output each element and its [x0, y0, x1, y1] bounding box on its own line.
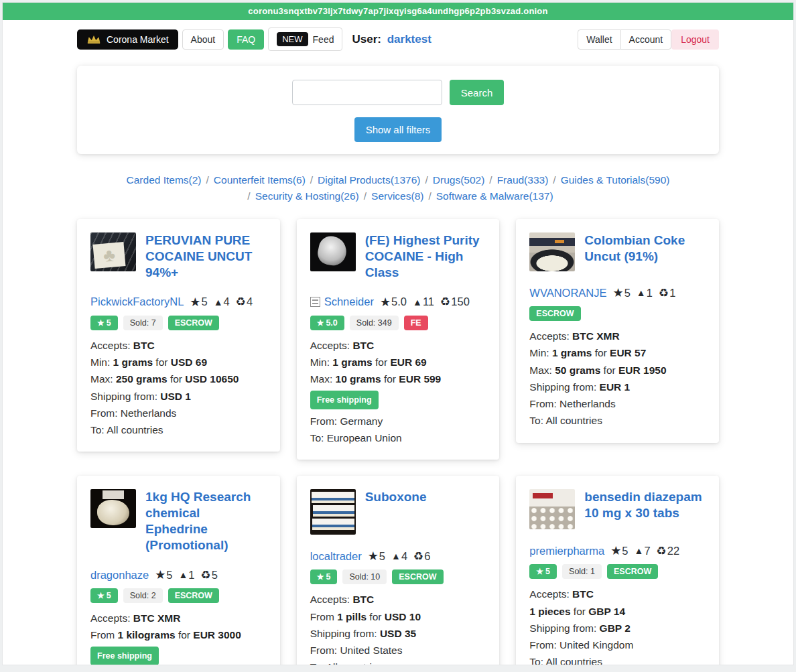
- product-details: Accepts: BTC1 pieces for GBP 14Shipping …: [529, 586, 706, 665]
- product-detail-line: From: Germany: [310, 413, 486, 429]
- feed-label: Feed: [313, 34, 334, 45]
- product-detail-line: From: Netherlands: [529, 395, 706, 412]
- faq-button[interactable]: FAQ: [228, 29, 264, 50]
- username-link[interactable]: darktest: [387, 33, 432, 46]
- account-button[interactable]: Account: [620, 29, 672, 50]
- star-icon: ★: [380, 295, 391, 310]
- triangle-up-icon: ▲: [635, 545, 644, 556]
- product-title-link[interactable]: Colombian Coke Uncut (91%): [584, 232, 704, 265]
- search-button[interactable]: Search: [450, 80, 505, 105]
- product-image[interactable]: [90, 232, 136, 271]
- product-card-head: 1kg HQ Research chemical Ephedrine (Prom…: [90, 489, 267, 553]
- product-title-link[interactable]: Suboxone: [365, 489, 427, 505]
- sold-badge: Sold: 2: [123, 588, 163, 603]
- category-line: Carded Items(2)/Counterfeit Items(6)/Dig…: [77, 172, 719, 188]
- rating-badge: ★5: [310, 569, 338, 584]
- product-title-link[interactable]: PERUVIAN PURE COCAINE UNCUT 94%+: [145, 232, 265, 281]
- search-panel: Search Show all filters: [77, 66, 719, 154]
- product-detail-line: Accepts: BTC XMR: [90, 610, 267, 626]
- category-link[interactable]: Security & Hosting(26): [255, 190, 359, 202]
- triangle-up-icon: ▲: [637, 287, 646, 298]
- star-icon: ★: [190, 295, 200, 310]
- star-stat: ★5: [610, 543, 628, 558]
- recycle-stat: ♻6: [413, 549, 430, 563]
- rating-badge: ★5: [90, 588, 118, 603]
- triangle-up-stat: ▲1: [637, 287, 653, 299]
- vendor-link[interactable]: WVANORANJE: [529, 287, 606, 299]
- star-icon: ★: [317, 318, 324, 328]
- category-separator: /: [310, 174, 313, 186]
- escrow-badge: ESCROW: [392, 569, 443, 584]
- sold-badge: Sold: 10: [342, 569, 387, 584]
- feed-button[interactable]: NEW Feed: [268, 27, 342, 51]
- vendor-row: premierpharma★5▲7♻22: [529, 543, 706, 558]
- search-input[interactable]: [292, 80, 442, 105]
- category-separator: /: [428, 190, 431, 202]
- product-image[interactable]: [310, 489, 356, 535]
- triangle-up-icon: ▲: [179, 569, 188, 580]
- category-link[interactable]: Services(8): [371, 190, 423, 202]
- product-detail-line: To: All countries: [529, 412, 706, 429]
- brand-button[interactable]: Corona Market: [77, 29, 178, 50]
- category-link[interactable]: Drugs(502): [433, 174, 485, 186]
- product-image[interactable]: [310, 232, 356, 271]
- product-image[interactable]: [529, 489, 575, 529]
- star-icon: ★: [317, 572, 324, 582]
- badge-row: ★5Sold: 10ESCROW: [310, 569, 486, 584]
- product-detail-line: From 1 pills for USD 10: [310, 608, 486, 625]
- badge-row: ★5Sold: 2ESCROW: [90, 588, 267, 603]
- product-detail-line: To: European Union: [310, 429, 486, 446]
- triangle-up-icon: ▲: [413, 297, 422, 308]
- product-detail-line: Shipping from: GBP 2: [529, 620, 706, 636]
- product-image[interactable]: [90, 489, 136, 528]
- category-link[interactable]: Carded Items(2): [127, 174, 202, 186]
- category-link[interactable]: Digital Products(1376): [318, 174, 420, 186]
- category-separator: /: [425, 174, 427, 186]
- category-link[interactable]: Guides & Tutorials(590): [561, 174, 670, 186]
- product-image[interactable]: [529, 232, 575, 271]
- vendor-link[interactable]: localtrader: [310, 550, 362, 563]
- wallet-button[interactable]: Wallet: [578, 29, 620, 50]
- free-shipping-line: Free shipping: [310, 391, 486, 409]
- user-area: User: darktest: [352, 33, 431, 46]
- product-title-link[interactable]: bensedin diazepam 10 mg x 30 tabs: [584, 489, 704, 521]
- triangle-up-icon: ▲: [391, 551, 401, 561]
- free-shipping-badge: Free shipping: [310, 391, 379, 409]
- vendor-link[interactable]: premierpharma: [529, 545, 604, 557]
- vendor-link[interactable]: PickwickFactoryNL: [90, 295, 184, 308]
- recycle-icon: ♻: [440, 295, 450, 309]
- vendor-link[interactable]: dragonhaze: [90, 569, 149, 582]
- logout-button[interactable]: Logout: [671, 29, 719, 50]
- fe-badge: FE: [404, 316, 428, 330]
- show-all-filters-button[interactable]: Show all filters: [354, 117, 442, 142]
- product-detail-line: To: All countries: [529, 653, 706, 665]
- vendor-row: PickwickFactoryNL★5▲4♻4: [90, 295, 267, 310]
- product-title-link[interactable]: (FE) Highest Purity COCAINE - High Class: [365, 232, 485, 281]
- product-detail-line: Shipping from: USD 1: [90, 388, 267, 405]
- product-title-link[interactable]: 1kg HQ Research chemical Ephedrine (Prom…: [145, 489, 265, 553]
- star-icon: ★: [536, 567, 543, 576]
- product-detail-line: To: All countries: [310, 659, 486, 665]
- triangle-up-stat: ▲4: [391, 550, 407, 563]
- category-link[interactable]: Counterfeit Items(6): [214, 174, 306, 186]
- about-button[interactable]: About: [182, 29, 224, 50]
- badge-row: ★5.0Sold: 349FE: [310, 316, 486, 330]
- category-link[interactable]: Software & Malware(137): [436, 190, 553, 202]
- account-button-group: Wallet Account: [578, 29, 671, 50]
- escrow-badge: ESCROW: [607, 564, 658, 579]
- star-icon: ★: [97, 591, 105, 600]
- sold-badge: Sold: 1: [562, 564, 602, 579]
- product-detail-line: Max: 50 grams for EUR 1950: [529, 362, 706, 379]
- category-separator: /: [553, 174, 555, 186]
- product-detail-line: To: All countries: [90, 421, 267, 438]
- crown-icon: [86, 34, 101, 44]
- category-separator: /: [489, 174, 492, 186]
- product-card-head: Colombian Coke Uncut (91%): [529, 232, 706, 271]
- product-card: Suboxone localtrader★5▲4♻6 ★5Sold: 10ESC…: [297, 476, 500, 665]
- star-stat: ★5.0: [380, 295, 407, 310]
- product-details: Accepts: BTC XMRFrom 1 kilograms for EUR…: [90, 610, 267, 665]
- star-icon: ★: [155, 567, 165, 582]
- page: coronu3snqxtbv73ljx7tdwy7ap7jixqyisg6a4u…: [3, 3, 793, 665]
- vendor-link[interactable]: Schneider: [324, 295, 374, 308]
- category-link[interactable]: Fraud(333): [497, 174, 549, 186]
